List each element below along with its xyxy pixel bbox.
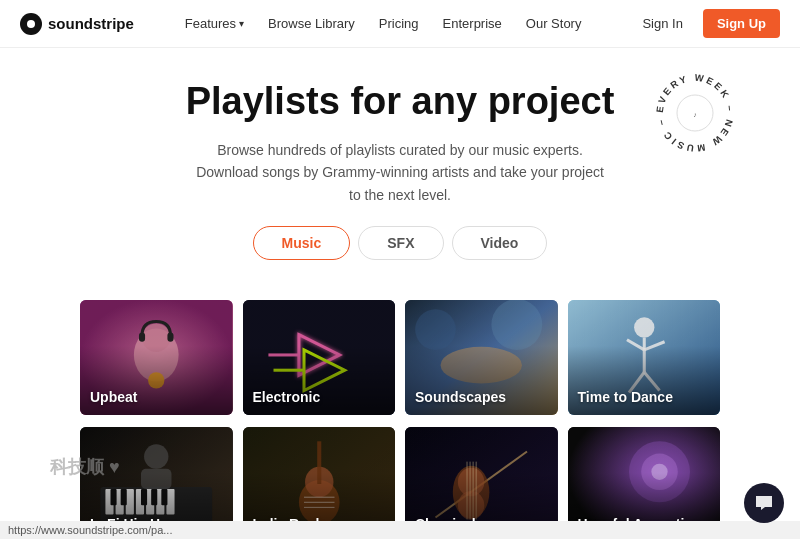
category-tabs: Music SFX Video — [20, 226, 780, 260]
logo-text: soundstripe — [48, 15, 134, 32]
rotating-badge: EVERY WEEK – NEW MUSIC – ♪ — [650, 68, 740, 158]
logo-icon — [20, 13, 42, 35]
tab-sfx[interactable]: SFX — [358, 226, 443, 260]
playlist-grid-row1: Upbeat Electronic — [0, 300, 800, 415]
nav-pricing[interactable]: Pricing — [379, 16, 419, 31]
navigation: soundstripe Features ▾ Browse Library Pr… — [0, 0, 800, 48]
playlist-card-electronic[interactable]: Electronic — [243, 300, 396, 415]
card-label-soundscapes: Soundscapes — [415, 389, 506, 405]
chat-bubble[interactable] — [744, 483, 784, 523]
svg-text:♪: ♪ — [693, 111, 697, 118]
chat-icon — [754, 493, 774, 513]
url-bar: https://www.soundstripe.com/pa... — [0, 521, 800, 539]
chevron-down-icon: ▾ — [239, 18, 244, 29]
playlist-card-soundscapes[interactable]: Soundscapes — [405, 300, 558, 415]
nav-links: Features ▾ Browse Library Pricing Enterp… — [185, 16, 582, 31]
signup-button[interactable]: Sign Up — [703, 9, 780, 38]
signin-button[interactable]: Sign In — [632, 10, 692, 37]
card-label-timetodance: Time to Dance — [578, 389, 673, 405]
nav-our-story[interactable]: Our Story — [526, 16, 582, 31]
tab-video[interactable]: Video — [452, 226, 548, 260]
card-label-upbeat: Upbeat — [90, 389, 137, 405]
nav-enterprise[interactable]: Enterprise — [443, 16, 502, 31]
hero-section: EVERY WEEK – NEW MUSIC – ♪ Playlists for… — [0, 48, 800, 300]
hero-description: Browse hundreds of playlists curated by … — [190, 139, 610, 206]
playlist-card-upbeat[interactable]: Upbeat — [80, 300, 233, 415]
logo[interactable]: soundstripe — [20, 13, 134, 35]
nav-auth: Sign In Sign Up — [632, 9, 780, 38]
card-label-electronic: Electronic — [253, 389, 321, 405]
playlist-card-timetodance[interactable]: Time to Dance — [568, 300, 721, 415]
nav-browse-library[interactable]: Browse Library — [268, 16, 355, 31]
nav-features[interactable]: Features ▾ — [185, 16, 244, 31]
tab-music[interactable]: Music — [253, 226, 351, 260]
